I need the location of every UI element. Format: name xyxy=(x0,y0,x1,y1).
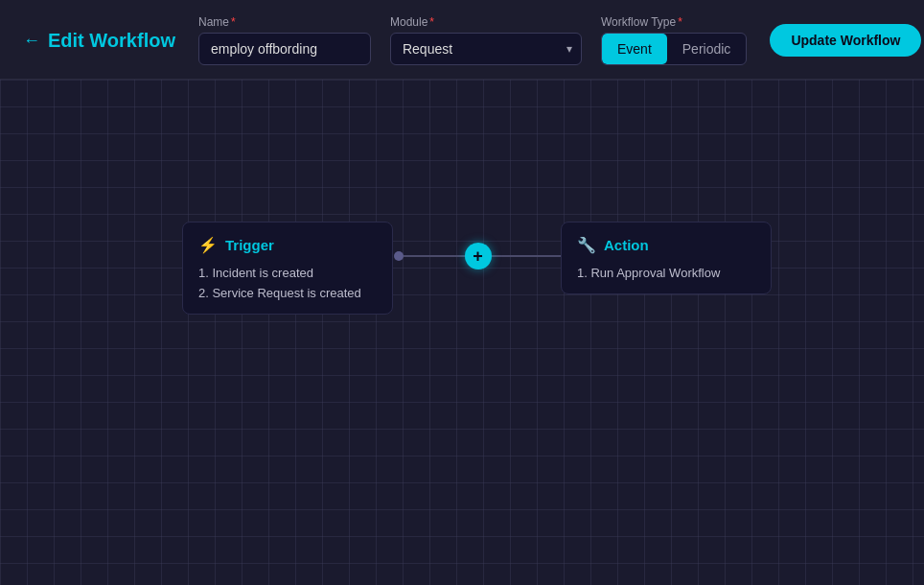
header-actions: Update Workflow Cancel xyxy=(770,23,924,58)
update-workflow-button[interactable]: Update Workflow xyxy=(770,24,921,57)
workflow-type-field-group: Workflow Type* Event Periodic xyxy=(601,15,747,65)
name-field-group: Name* xyxy=(198,15,371,65)
action-node[interactable]: 🔧 Action 1. Run Approval Workflow xyxy=(561,222,772,294)
app-container: ← Edit Workflow Name* Module* Request xyxy=(0,0,924,585)
workflow-type-label: Workflow Type* xyxy=(601,15,747,29)
node-connector: + xyxy=(394,255,562,257)
page-title: Edit Workflow xyxy=(48,30,175,52)
workflow-type-toggle: Event Periodic xyxy=(601,33,747,65)
trigger-node-title: Trigger xyxy=(225,237,274,253)
action-item-1: 1. Run Approval Workflow xyxy=(577,266,755,280)
action-node-header: 🔧 Action xyxy=(577,236,755,254)
module-field-group: Module* Request Incident Change Problem … xyxy=(390,15,582,65)
action-icon: 🔧 xyxy=(577,236,596,254)
add-node-button[interactable]: + xyxy=(465,243,492,269)
module-label: Module* xyxy=(390,15,582,29)
trigger-item-1: 1. Incident is created xyxy=(198,266,377,280)
module-select-wrapper: Request Incident Change Problem ▾ xyxy=(390,33,582,65)
toggle-periodic-button[interactable]: Periodic xyxy=(667,34,747,64)
header: ← Edit Workflow Name* Module* Request xyxy=(0,0,924,80)
trigger-item-2: 2. Service Request is created xyxy=(198,286,377,300)
trigger-icon: ⚡ xyxy=(198,236,218,254)
trigger-node-items: 1. Incident is created 2. Service Reques… xyxy=(198,266,377,300)
module-select[interactable]: Request Incident Change Problem xyxy=(390,33,582,65)
connector-dot xyxy=(394,251,404,261)
name-label: Name* xyxy=(198,15,371,29)
name-input[interactable] xyxy=(198,33,371,65)
form-fields: Name* Module* Request Incident Change Pr… xyxy=(198,15,747,65)
action-node-items: 1. Run Approval Workflow xyxy=(577,266,755,280)
workflow-canvas[interactable]: ⚡ Trigger 1. Incident is created 2. Serv… xyxy=(0,80,924,585)
back-arrow-icon[interactable]: ← xyxy=(23,31,40,51)
toggle-event-button[interactable]: Event xyxy=(602,34,667,64)
trigger-node[interactable]: ⚡ Trigger 1. Incident is created 2. Serv… xyxy=(182,222,393,315)
page-title-container: ← Edit Workflow xyxy=(23,30,175,52)
trigger-node-header: ⚡ Trigger xyxy=(198,236,377,254)
action-node-title: Action xyxy=(604,237,649,253)
